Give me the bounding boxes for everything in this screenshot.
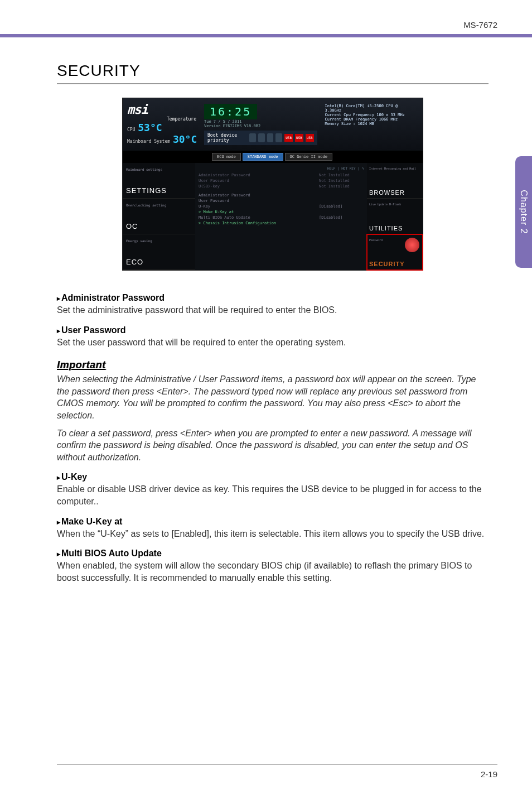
boot-priority-label: Boot device priority: [207, 133, 247, 143]
item-admin-password: Administrator Password: [57, 293, 489, 303]
sidebar-eco[interactable]: Energy savingECO: [123, 234, 195, 270]
lock-icon: [405, 238, 419, 252]
item-user-password-desc: Set the user password that will be requi…: [57, 336, 489, 349]
bios-screenshot: msi Temperature CPU 53°C Mainboard Syste…: [122, 98, 423, 271]
item-user-password: User Password: [57, 325, 489, 335]
boot-device-icon[interactable]: [267, 133, 274, 142]
cfg-chassis[interactable]: > Chassis Intrusion Configuration: [199, 221, 364, 225]
item-admin-password-desc: Set the administrative password that wil…: [57, 304, 489, 316]
bios-date: Tue 7 / 5 / 2011: [204, 119, 317, 124]
header-model: MS-7672: [0, 0, 532, 34]
mb-temp: 30°C: [173, 133, 197, 145]
help-bar: HELP | HOT KEY | ↰: [199, 166, 364, 172]
msi-logo: msi: [127, 103, 200, 117]
cfg-admin-pw-dim: Administrator Password: [199, 173, 319, 177]
tile-utilities[interactable]: Live Update M-FlashUTILITIES: [367, 199, 423, 234]
important-p1: When selecting the Administrative / User…: [57, 373, 489, 421]
usb-icon[interactable]: USB: [306, 134, 314, 142]
item-multi-bios-desc: When enabled, the system will allow the …: [57, 560, 489, 584]
side-chapter-label: Chapter 2: [519, 190, 529, 234]
cfg-make-ukey[interactable]: > Make U-Key at: [199, 210, 364, 214]
item-make-ukey-desc: When the “U-Key” as sets to [Enabled], t…: [57, 528, 489, 540]
usb-icon[interactable]: USB: [284, 134, 293, 142]
cfg-user-pw-dim: User Password: [199, 179, 319, 183]
temperature-label: Temperature: [127, 117, 200, 122]
bios-clock: 16:25: [204, 104, 257, 119]
cfg-ukey[interactable]: U-Key: [199, 204, 319, 209]
sidebar-oc[interactable]: Overclocking settingOC: [123, 199, 195, 234]
bios-version: Version E7672IMS V18.0B2: [204, 124, 317, 128]
usb-icon[interactable]: USB: [295, 134, 303, 142]
cfg-admin-pw[interactable]: Administrator Password: [199, 193, 364, 198]
item-ukey: U-Key: [57, 472, 489, 482]
mode-ocgenie[interactable]: OC Genie II mode: [285, 153, 332, 161]
sidebar-settings[interactable]: Mainboard settingsSETTINGS: [123, 163, 195, 199]
section-title: SECURITY: [57, 62, 489, 84]
system-info: Intel(R) Core(TM) i5-2500 CPU @ 3.30GHz …: [322, 103, 418, 146]
cfg-multi-bios[interactable]: Multi BIOS Auto Update: [199, 215, 319, 220]
mb-label: Mainboard System: [127, 139, 170, 144]
tile-security[interactable]: PasswordSECURITY: [367, 234, 423, 270]
cfg-user-pw[interactable]: User Password: [199, 199, 364, 203]
cpu-temp: 53°C: [138, 122, 162, 133]
boot-device-icon[interactable]: [275, 133, 282, 142]
item-ukey-desc: Enable or disable USB driver device as k…: [57, 483, 489, 507]
mode-eco[interactable]: ECO mode: [212, 153, 241, 161]
cpu-label: CPU: [127, 127, 135, 132]
important-p2: To clear a set password, press <Enter> w…: [57, 427, 489, 464]
side-chapter-tab: Chapter 2: [515, 156, 532, 268]
boot-device-icon[interactable]: [258, 133, 265, 142]
item-make-ukey: Make U-Key at: [57, 517, 489, 527]
important-heading: Important: [57, 359, 489, 371]
cfg-ukey-dim: U(SB)-key: [199, 184, 319, 189]
boot-device-icon[interactable]: [249, 133, 256, 142]
mode-standard[interactable]: STANDARD mode: [243, 153, 283, 161]
page-footer: 2-19: [57, 764, 497, 779]
tile-browser[interactable]: Internet Messanging and MailBROWSER: [367, 163, 423, 199]
item-multi-bios: Multi BIOS Auto Update: [57, 548, 489, 559]
